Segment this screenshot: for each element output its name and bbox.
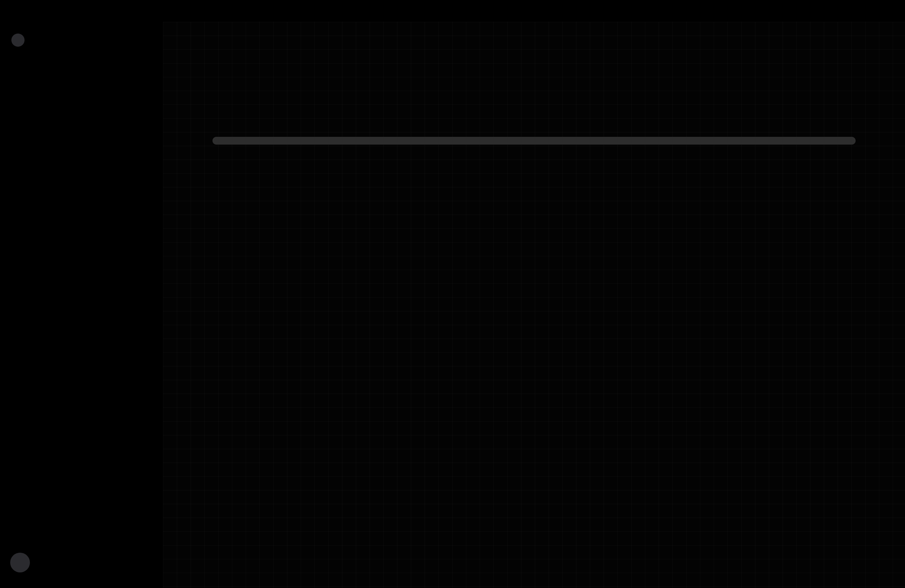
- info-icon[interactable]: [219, 111, 229, 121]
- info-icon[interactable]: [219, 194, 229, 205]
- info-icon: [681, 206, 692, 217]
- avatar: [10, 553, 30, 572]
- refresh-button[interactable]: [846, 68, 871, 84]
- chevrons-up-down-icon: [38, 36, 46, 44]
- page-header: [197, 68, 871, 84]
- sidebar: [0, 0, 163, 588]
- experiment-progress-bar: [213, 137, 856, 145]
- variant-results-table-card: [197, 342, 871, 389]
- right-column: [654, 180, 872, 331]
- info-icon: [681, 286, 692, 297]
- recommendation-card: [654, 180, 872, 251]
- workspace-switcher[interactable]: [8, 33, 155, 47]
- user-menu[interactable]: [8, 553, 155, 572]
- experiment-progress-fill: [213, 137, 856, 145]
- main-content: [163, 22, 905, 588]
- variant-results-card: [197, 180, 644, 226]
- bell-icon[interactable]: [141, 35, 152, 46]
- experiment-progress-card: [197, 97, 871, 169]
- workspace-avatar: [11, 33, 25, 47]
- expected-impact-card: [654, 260, 872, 331]
